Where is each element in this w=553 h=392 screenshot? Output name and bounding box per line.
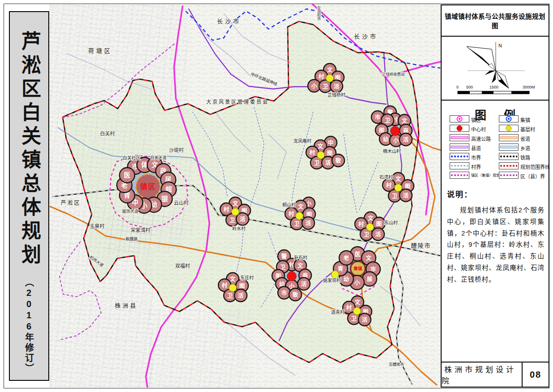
facility-活: 活 [358, 313, 371, 326]
legend-symbol-dash_bold [499, 162, 519, 169]
sheet-number: 08 [522, 362, 549, 387]
legend-item-label: 规划范围界线 [520, 163, 550, 170]
svg-text:图: 图 [379, 127, 385, 134]
plan-main-title: 芦淞区白关镇总体规划 [19, 31, 39, 268]
map-label: 楠木山村 [383, 148, 401, 154]
notes-title: 说明： [447, 188, 544, 199]
svg-text:展: 展 [367, 276, 373, 282]
map-label: 云山村 [174, 200, 189, 206]
cluster-yaojiaba-market-town: 医文市展小幼青老集镇 [333, 247, 380, 290]
svg-text:小: 小 [311, 83, 317, 89]
svg-text:村: 村 [222, 282, 228, 289]
map-label: 沙堤村 [169, 147, 184, 153]
notes-body: 规划镇村体系包括2个服务中心，即白关镇区、姚家坝集镇，2个中心村：卦石村和楠木山… [447, 205, 544, 286]
facility-小: 小 [308, 80, 320, 92]
svg-text:小: 小 [354, 279, 360, 286]
compass-section: N 0 500 1500 3000M [442, 37, 549, 101]
map-label: 白关大道 [150, 155, 166, 160]
map-label: 长沙市 [354, 33, 378, 40]
svg-text:文: 文 [327, 67, 333, 73]
facility-活: 活 [234, 289, 247, 302]
svg-text:文: 文 [318, 143, 323, 150]
svg-text:卫: 卫 [351, 316, 357, 322]
svg-text:文: 文 [366, 255, 372, 261]
svg-text:小: 小 [393, 137, 399, 144]
north-label: N [498, 43, 502, 48]
legend-item: 区（县）界 [442, 172, 549, 180]
svg-text:文: 文 [298, 262, 303, 269]
legend-symbol-dash_bold [499, 153, 519, 160]
svg-text:村: 村 [358, 221, 364, 228]
map-label: 卦石村 [294, 255, 307, 260]
legend-item: 基层村 [442, 125, 549, 133]
svg-text:文: 文 [396, 176, 401, 182]
svg-text:医: 医 [124, 172, 131, 179]
facility-活: 活 [372, 228, 384, 240]
svg-text:卫: 卫 [392, 193, 398, 199]
svg-text:卫: 卫 [294, 221, 300, 227]
svg-text:活: 活 [325, 160, 331, 166]
legend-symbol-line [499, 134, 519, 141]
publisher-name: 株洲市规划设计院 [442, 362, 522, 387]
map-label: 选青村 [331, 309, 345, 315]
legend-item-label: 集镇 [520, 116, 530, 123]
cluster-yaojiaba-village-dot [332, 271, 339, 278]
map-label: 东庄村 [240, 275, 254, 280]
map-label: 双福村 [175, 263, 190, 269]
scale-tick-500: 500 [466, 85, 473, 89]
facility-活: 活 [330, 80, 343, 93]
svg-text:村: 村 [346, 304, 352, 311]
svg-text:活: 活 [301, 281, 307, 287]
svg-text:青: 青 [338, 266, 344, 272]
legend-item-label: 省道 [520, 135, 530, 142]
side-title-box: 芦淞区白关镇总体规划 （2016年修订） [9, 11, 49, 381]
svg-text:文: 文 [368, 215, 374, 222]
svg-text:幼: 幼 [383, 136, 389, 143]
facility-活: 活 [400, 189, 412, 202]
map-label: 石湾村 [379, 174, 393, 180]
facility-敬: 敬 [332, 154, 345, 167]
urban-grid [50, 4, 189, 114]
scale-tick-3000: 3000M [523, 85, 535, 89]
legend-item-label: 铁路 [520, 154, 530, 161]
svg-text:市: 市 [375, 114, 381, 121]
svg-text:活: 活 [375, 231, 381, 238]
svg-text:银: 银 [162, 195, 168, 202]
map-label: 至浏阳市 [317, 6, 321, 21]
plan-revision-note: （2016年修订） [23, 278, 36, 374]
map-label: 枫醴路 [125, 236, 137, 241]
urban-grid [105, 215, 183, 253]
svg-text:中: 中 [328, 139, 334, 146]
svg-text:图: 图 [405, 183, 411, 190]
map-label: 长沙市 [217, 18, 241, 25]
map-label: 芦淞区 [60, 200, 81, 206]
map-label: 服饰大道 [122, 209, 138, 214]
notes-block: 说明： 规划镇村体系包括2个服务中心，即白关镇区、姚家坝集镇，2个中心村：卦石村… [447, 188, 544, 286]
svg-text:村: 村 [289, 211, 294, 217]
svg-text:活: 活 [238, 292, 244, 299]
svg-text:卫: 卫 [230, 217, 235, 223]
legend-section: 图 例 镇区中心村高速公路县道市界村界镇区（集镇）规划范围集镇基层村省道乡道铁路… [442, 101, 549, 362]
scale-tick-0: 0 [456, 85, 459, 89]
facility-敬: 敬 [289, 288, 302, 301]
facility-活: 活 [302, 217, 315, 229]
map-label: 白关村 [100, 131, 115, 136]
map-label: 荷塘区 [88, 47, 112, 54]
legend-item: 规划范围界线 [442, 162, 549, 170]
svg-text:幼: 幼 [344, 276, 349, 282]
map-label: 白关社区 [123, 155, 140, 160]
svg-text:敬: 敬 [292, 291, 298, 298]
drawing-title: 镇域镇村体系与公共服务设施规划图 [442, 5, 549, 37]
legend-symbol-line [499, 143, 519, 151]
svg-text:市: 市 [281, 290, 287, 296]
map-label: 宋家湾村 [131, 227, 150, 233]
svg-text:卫: 卫 [364, 232, 370, 238]
legend-item: 省道 [442, 134, 549, 142]
svg-text:文: 文 [402, 118, 408, 124]
svg-text:文: 文 [298, 203, 304, 210]
map-label: 东山村 [384, 220, 398, 225]
svg-text:医: 医 [355, 251, 361, 257]
svg-text:活: 活 [306, 220, 311, 227]
svg-text:文: 文 [355, 299, 361, 306]
svg-text:卫: 卫 [314, 160, 320, 166]
